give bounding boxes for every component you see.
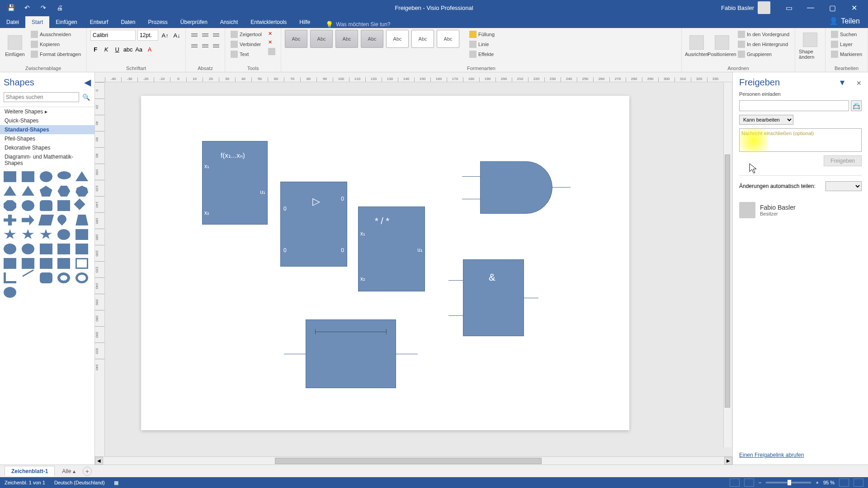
underline-button[interactable]: U [112, 44, 122, 54]
undo-button[interactable]: ↶ [20, 1, 34, 14]
position-button[interactable]: Positionieren [711, 30, 733, 62]
shape-diamond[interactable] [74, 198, 85, 210]
maximize-button[interactable]: ▢ [822, 0, 843, 15]
shape-drop[interactable] [56, 213, 68, 225]
zoom-slider[interactable] [766, 482, 811, 483]
align-center-button[interactable] [200, 41, 210, 51]
share-close-button[interactable]: ✕ [856, 80, 862, 87]
shape-circle2[interactable] [22, 200, 34, 211]
font-family-select[interactable] [90, 30, 136, 41]
tab-entwurf[interactable]: Entwurf [84, 16, 115, 28]
align-button[interactable]: Ausrichten [685, 30, 708, 62]
cat-decorative-shapes[interactable]: Dekorative Shapes [0, 143, 94, 152]
shape-octagon[interactable] [4, 200, 16, 211]
strikethrough-button[interactable]: abc [123, 44, 133, 54]
share-submit-button[interactable]: Freigeben [824, 155, 862, 166]
shape-parallelogram[interactable] [38, 215, 53, 225]
shape-rect2[interactable] [40, 244, 52, 254]
layer-button[interactable]: Layer [829, 40, 864, 49]
shape-round1[interactable] [4, 244, 16, 254]
permission-select[interactable]: Kann bearbeiten [739, 115, 793, 125]
shape-pentagon[interactable] [40, 186, 52, 197]
shape-square[interactable] [22, 171, 34, 182]
scroll-thumb[interactable] [275, 458, 542, 464]
shape-function-block[interactable]: f(x₁...xₙ) x₁ u₁ x₂ [202, 141, 268, 225]
shape-hexagon[interactable] [57, 186, 70, 197]
shape-ellipse[interactable] [57, 171, 71, 179]
tab-daten[interactable]: Daten [114, 16, 142, 28]
change-shape-button[interactable]: Shape ändern [799, 30, 821, 62]
horizontal-scrollbar[interactable]: ◀ ▶ [95, 456, 732, 465]
tab-hilfe[interactable]: Hilfe [293, 16, 316, 28]
shrink-font-button[interactable]: A↓ [172, 30, 182, 40]
shape-triangle-left[interactable] [22, 186, 34, 196]
fill-button[interactable]: Füllung [467, 30, 496, 39]
shape-bottom-block[interactable] [306, 319, 396, 388]
text-tool-button[interactable]: Text [229, 50, 264, 59]
delete-x2-button[interactable]: ✕ [266, 38, 277, 46]
shape-zero-block[interactable]: ▷ 0 0 0 0 [280, 182, 347, 267]
font-size-select[interactable] [137, 30, 158, 41]
shape-circle[interactable] [40, 171, 52, 182]
grow-font-button[interactable]: A↑ [160, 30, 170, 40]
shape-and-gate[interactable] [480, 161, 552, 214]
font-color-button[interactable]: A [145, 44, 155, 54]
style-2-button[interactable]: Abc [310, 30, 333, 48]
tab-ansicht[interactable]: Ansicht [214, 16, 244, 28]
shape-rect5[interactable] [4, 258, 16, 269]
macro-icon[interactable]: ▦ [114, 480, 118, 486]
find-button[interactable]: Suchen [829, 30, 864, 39]
fit-window-button[interactable] [839, 479, 849, 487]
view-normal-button[interactable] [730, 479, 740, 487]
cat-quick-shapes[interactable]: Quick-Shapes [0, 116, 94, 125]
shape-rect3[interactable] [57, 244, 70, 254]
shape-star6[interactable] [40, 229, 52, 240]
shape-triangle-right[interactable] [75, 171, 88, 181]
save-button[interactable]: 💾 [4, 1, 18, 14]
scroll-thumb[interactable] [725, 155, 730, 408]
ribbon-options-button[interactable]: ▭ [778, 0, 799, 15]
shape-rect8[interactable] [57, 258, 70, 269]
paste-button[interactable]: Einfügen [4, 30, 26, 62]
tab-prozess[interactable]: Prozess [142, 16, 174, 28]
shape-line[interactable] [22, 269, 34, 277]
shape-triangle[interactable] [4, 186, 16, 196]
contacts-button[interactable]: 📇 [851, 100, 862, 111]
message-textarea[interactable]: Nachricht einschließen (optional) [739, 128, 862, 152]
shape-frame[interactable] [75, 258, 88, 269]
sheet-selector[interactable]: Alle ▴ [58, 468, 79, 474]
zoom-in-button[interactable]: + [816, 480, 818, 485]
shape-arrow[interactable] [22, 215, 34, 225]
shape-amp-block[interactable]: & [463, 259, 524, 336]
vertical-scrollbar[interactable] [723, 82, 731, 447]
auto-share-select[interactable] [826, 181, 862, 191]
align-top-center-button[interactable] [200, 30, 210, 40]
scroll-left-button[interactable]: ◀ [95, 457, 103, 465]
share-tab-button[interactable]: 👤 Teilen [821, 14, 868, 28]
shape-round2[interactable] [22, 244, 34, 254]
shape-burst[interactable] [75, 229, 88, 240]
shape-trapezoid[interactable] [75, 215, 88, 225]
shape-gear[interactable] [57, 229, 70, 240]
rect-tool-button[interactable] [266, 47, 277, 56]
cat-more-shapes[interactable]: Weitere Shapes ▸ [0, 107, 94, 116]
language-indicator[interactable]: Deutsch (Deutschland) [54, 480, 105, 485]
tab-einfuegen[interactable]: Einfügen [49, 16, 83, 28]
effects-button[interactable]: Effekte [467, 50, 496, 59]
bring-forward-button[interactable]: In den Vordergrund [736, 30, 791, 39]
line-button[interactable]: Linie [467, 40, 496, 49]
shape-dot[interactable] [4, 287, 16, 298]
tab-entwicklertools[interactable]: Entwicklertools [244, 16, 293, 28]
tab-start[interactable]: Start [25, 16, 49, 28]
close-button[interactable]: ✕ [844, 0, 864, 15]
user-avatar[interactable] [758, 1, 770, 14]
invite-email-input[interactable] [739, 100, 849, 111]
tab-datei[interactable]: Datei [0, 16, 25, 28]
bold-button[interactable]: F [90, 44, 100, 54]
redo-button[interactable]: ↷ [36, 1, 51, 14]
bullets-button[interactable] [211, 30, 221, 40]
style-7-button[interactable]: Abc [437, 30, 459, 48]
view-presentation-button[interactable] [744, 479, 754, 487]
shape-star5[interactable] [22, 229, 34, 240]
tab-ueberpruefen[interactable]: Überprüfen [174, 16, 214, 28]
